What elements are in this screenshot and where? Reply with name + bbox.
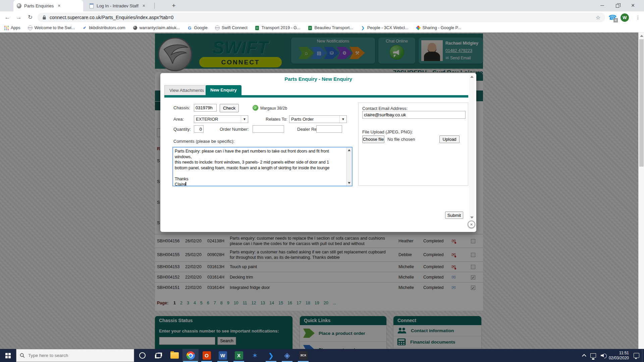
scroll-down-icon[interactable] — [470, 217, 474, 219]
tab-log-in[interactable]: Log In - Intradev Staff × — [86, 0, 153, 11]
modal-title: Parts Enquiry - New Enquiry — [160, 76, 476, 82]
taskbar-app-icon[interactable]: ◈ — [279, 349, 295, 362]
clock-time: 11:51 — [609, 351, 629, 356]
text-caret — [185, 182, 186, 186]
bookmark-label: Sharing - Google P... — [423, 25, 461, 30]
url-text: connect.supercare.co.uk/Parts_Enquiries/… — [50, 15, 173, 20]
volume-icon[interactable] — [601, 353, 604, 358]
taskbar-app-icon[interactable]: ❯ — [263, 349, 279, 362]
system-tray: 11:51 02/03/2020 — [583, 349, 642, 362]
comments-label: Comments (please be specific): — [173, 139, 234, 144]
submit-button[interactable]: Submit — [445, 212, 463, 219]
tab-view-attachments[interactable]: View Attachments — [164, 85, 209, 95]
upload-button[interactable]: Upload — [439, 135, 460, 143]
tab-favicon — [89, 3, 94, 8]
new-tab-button[interactable]: + — [169, 2, 178, 10]
reload-icon[interactable]: ↻ — [25, 13, 35, 22]
taskbar-app-icon[interactable] — [182, 349, 199, 362]
minimize-button[interactable] — [594, 0, 610, 11]
taskbar-search-input[interactable] — [28, 353, 122, 358]
taskbar-app-icon[interactable]: X — [231, 349, 247, 362]
bookmark-item[interactable]: Transport 2019 - G... — [255, 25, 301, 30]
modal-close-button[interactable]: × — [468, 221, 475, 228]
relates-to-select[interactable]: Parts Order▼ — [289, 115, 347, 123]
tab-title: Parts Enquiries — [24, 3, 54, 8]
windows-taskbar: O W X ✶ ❯ ◈ 3CX 11:51 02/03/2020 — [0, 349, 644, 362]
scroll-down-icon[interactable] — [348, 182, 351, 184]
bookmark-item[interactable]: Welcome to the Swi... — [28, 25, 75, 30]
tab-title: Log In - Intradev Staff — [97, 3, 139, 8]
bookmark-item[interactable]: People - 3CX Webcl... — [361, 25, 409, 30]
order-number-label: Order Number: — [220, 127, 249, 132]
taskbar-search[interactable] — [16, 349, 134, 362]
profile-avatar[interactable]: W — [621, 13, 629, 22]
phone-badge: 4 — [613, 18, 618, 22]
forward-icon[interactable]: → — [14, 13, 23, 22]
bookmark-favicon — [416, 25, 421, 30]
bookmark-item[interactable]: Google — [187, 25, 207, 30]
contact-email-input[interactable] — [362, 111, 466, 119]
tab-close-icon[interactable]: × — [143, 3, 145, 8]
restore-button[interactable] — [610, 0, 625, 11]
browser-menu-icon[interactable]: ⋮ — [634, 13, 642, 22]
tab-close-icon[interactable]: × — [58, 3, 60, 8]
bookmark-favicon — [215, 25, 220, 30]
file-upload-label: File Upload (JPEG, PNG): — [362, 129, 413, 134]
taskbar-apps: O W X ✶ ❯ ◈ 3CX — [134, 349, 311, 362]
bookmark-item[interactable]: Apps — [4, 25, 20, 30]
taskbar-clock[interactable]: 11:51 02/03/2020 — [609, 351, 629, 361]
back-icon[interactable]: ← — [3, 13, 12, 22]
show-desktop-button[interactable] — [642, 349, 644, 362]
quantity-input[interactable] — [194, 125, 204, 133]
area-select[interactable]: EXTERIOR▼ — [194, 115, 248, 123]
bookmark-item[interactable]: Swift Connect — [215, 25, 248, 30]
taskbar-app-icon[interactable] — [166, 349, 182, 362]
bookmark-label: People - 3CX Webcl... — [367, 25, 409, 30]
action-center-icon[interactable] — [634, 353, 639, 358]
address-bar[interactable]: connect.supercare.co.uk/Parts_Enquiries/… — [38, 13, 605, 22]
bookmark-item[interactable]: bkbdistributors.com — [82, 25, 125, 30]
tab-parts-enquiries[interactable]: Parts Enquiries × — [13, 0, 83, 11]
taskbar-app-icon[interactable]: ✶ — [247, 349, 263, 362]
search-icon — [20, 353, 25, 358]
page-viewport: SWIFT CONNECT New Notifications ⌂▤⛁⚙⚒ Ch… — [0, 33, 644, 349]
tab-favicon — [17, 3, 21, 8]
bookmark-favicon — [361, 25, 365, 30]
taskbar-app-icon[interactable] — [134, 349, 150, 362]
tray-expand-icon[interactable] — [582, 354, 586, 358]
comments-textarea[interactable]: Parts Enquiry: please can i have the par… — [172, 147, 353, 186]
scroll-up-icon[interactable] — [470, 76, 474, 78]
area-label: Area: — [173, 117, 184, 122]
bookmark-label: Google — [194, 25, 207, 30]
taskbar-app-icon[interactable] — [150, 349, 166, 362]
order-number-input[interactable] — [253, 125, 284, 133]
textarea-scrollbar[interactable] — [346, 147, 352, 186]
close-window-button[interactable]: × — [625, 0, 641, 11]
browser-scrollbar[interactable] — [638, 33, 644, 349]
bookmark-item[interactable]: Sharing - Google P... — [416, 25, 461, 30]
scrollbar-thumb[interactable] — [639, 39, 644, 167]
check-button[interactable]: Check — [220, 104, 239, 112]
bookmark-star-icon[interactable]: ☆ — [596, 14, 600, 21]
tab-new-enquiry[interactable]: New Enquiry — [206, 85, 241, 95]
scroll-up-icon[interactable] — [348, 149, 351, 151]
quantity-label: Quantity: — [173, 127, 191, 132]
taskbar-app-icon[interactable]: W — [215, 349, 231, 362]
chassis-input[interactable] — [194, 104, 217, 112]
start-button[interactable] — [0, 349, 16, 362]
taskbar-app-icon[interactable]: O — [199, 349, 215, 362]
network-icon[interactable] — [590, 353, 596, 358]
bookmark-label: Swift Connect — [222, 25, 248, 30]
chassis-label: Chassis: — [173, 105, 190, 110]
choose-file-button[interactable]: Choose file — [362, 135, 384, 143]
taskbar-app-icon[interactable]: 3CX — [295, 349, 311, 362]
bookmark-favicon — [187, 25, 192, 30]
bookmark-item[interactable]: warrantyclaim.abiuk... — [133, 25, 180, 30]
modal-scrollbar[interactable] — [469, 74, 475, 221]
dealer-ref-input[interactable] — [316, 125, 342, 133]
bookmark-item[interactable]: Beaulieu Transport... — [308, 25, 353, 30]
chevron-down-icon: ▼ — [339, 116, 346, 123]
scroll-up-icon[interactable] — [640, 35, 643, 37]
browser-tab-strip: Parts Enquiries × Log In - Intradev Staf… — [0, 0, 644, 11]
bookmark-favicon — [4, 25, 9, 30]
